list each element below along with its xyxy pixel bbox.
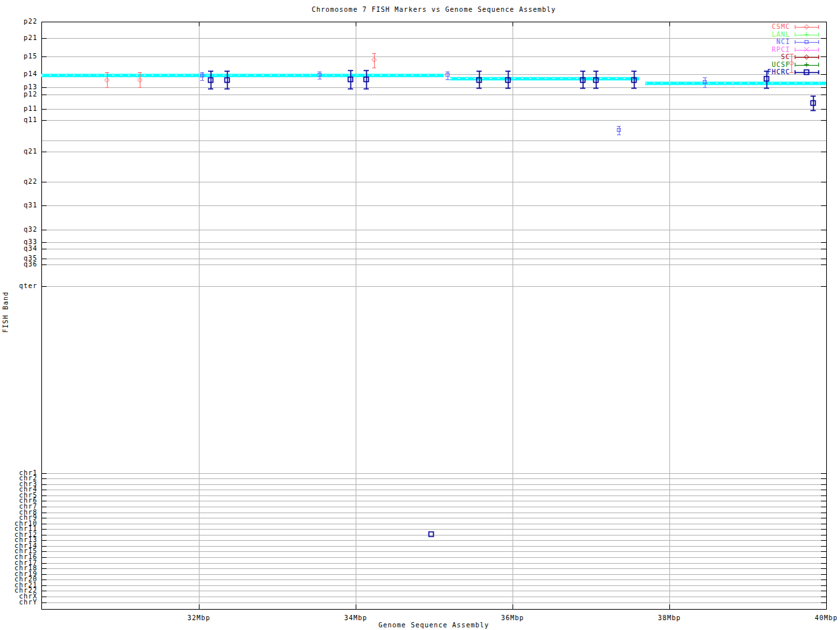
- x-tick-label: 36Mbp: [493, 615, 532, 621]
- y-tick-label: chrY: [0, 599, 37, 606]
- plot-border: [42, 22, 827, 610]
- y-tick-label: q21: [0, 148, 37, 155]
- assembly-band-segment: [41, 74, 444, 77]
- y-tick-label: p14: [0, 71, 37, 77]
- x-axis-title: Genome Sequence Assembly: [303, 622, 565, 629]
- fish-marker-chart: Chromosome 7 FISH Markers vs Genome Sequ…: [0, 0, 840, 630]
- y-tick-label: p12: [0, 91, 37, 98]
- y-tick-label: q31: [0, 202, 37, 209]
- legend-label-sc: SC: [738, 54, 790, 60]
- y-tick-label: q34: [0, 245, 37, 252]
- y-tick-label: qter: [0, 283, 37, 289]
- y-tick-label: p21: [0, 35, 37, 41]
- y-tick-label: q22: [0, 178, 37, 185]
- y-tick-label: p13: [0, 84, 37, 91]
- legend-label-lanl: LANL: [738, 32, 790, 38]
- y-tick-label: q32: [0, 226, 37, 233]
- legend-label-csmc: CSMC: [738, 24, 790, 30]
- x-tick-label: 32Mbp: [179, 615, 219, 621]
- y-axis-title: FISH Band: [3, 291, 9, 333]
- y-tick-label: p15: [0, 53, 37, 60]
- y-tick-label: p11: [0, 106, 37, 112]
- x-tick-label: 40Mbp: [807, 615, 840, 621]
- assembly-band-segment: [645, 82, 826, 85]
- x-tick-label: 38Mbp: [650, 615, 689, 621]
- y-tick-label: q36: [0, 261, 37, 268]
- y-tick-label: q11: [0, 117, 37, 123]
- x-tick-label: 34Mbp: [336, 615, 375, 621]
- legend-label-nci: NCI: [738, 39, 790, 45]
- y-tick-label: p22: [0, 18, 37, 25]
- legend-label-ucsf: UCSF: [738, 62, 790, 68]
- legend-label-fhcrc: FHCRC: [738, 69, 790, 75]
- legend-label-rpci: RPCI: [738, 47, 790, 53]
- square-marker: [429, 532, 434, 537]
- plot-svg: [0, 0, 840, 630]
